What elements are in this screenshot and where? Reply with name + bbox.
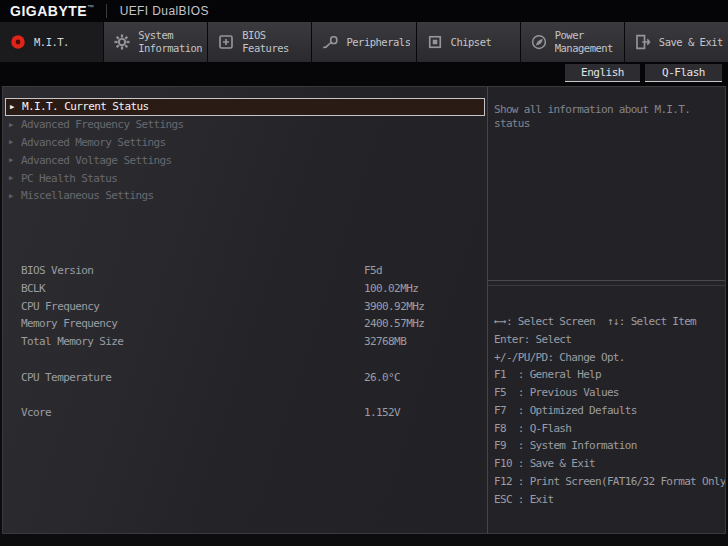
gear-icon (113, 33, 131, 51)
tab-bar: M.I.T. SystemInformation BIOSFeatures Pe… (0, 22, 728, 62)
brand-divider (106, 4, 107, 18)
status-label: Total Memory Size (21, 335, 123, 348)
status-value: 100.02MHz (364, 282, 418, 295)
submenu-arrow-icon: ▶ (9, 174, 21, 182)
menu-item-advanced-memory-settings[interactable]: ▶ Advanced Memory Settings (3, 134, 487, 152)
legend-line: F1 : General Help (494, 366, 725, 384)
menu-item-label: Advanced Voltage Settings (21, 154, 172, 167)
status-row-cpu-temperature: CPU Temperature 26.0°C (3, 369, 487, 387)
legend-line: F10 : Save & Exit (494, 455, 725, 473)
status-value: 2400.57MHz (364, 317, 424, 330)
top-bar: GIGABYTE™ UEFI DualBIOS (0, 0, 728, 22)
status-value: 32768MB (364, 335, 406, 348)
peripherals-plug-icon (321, 33, 339, 51)
menu-item-label: Advanced Frequency Settings (21, 118, 184, 131)
tab-label: SystemInformation (138, 29, 202, 55)
tab-label: Save & Exit (659, 36, 723, 49)
language-button[interactable]: English (565, 64, 640, 82)
status-row-memory-frequency: Memory Frequency 2400.57MHz (3, 315, 487, 333)
tab-label: Chipset (451, 36, 492, 49)
legend-line: F7 : Optimized Defaults (494, 402, 725, 420)
legend-line: Enter: Select (494, 331, 725, 349)
menu-item-label: Miscellaneous Settings (21, 189, 154, 202)
tab-mit[interactable]: M.I.T. (0, 22, 103, 62)
status-list: BIOS Version F5d BCLK 100.02MHz CPU Freq… (3, 262, 487, 422)
chipset-icon (426, 33, 444, 51)
tab-bios-features[interactable]: BIOSFeatures (208, 22, 311, 62)
status-label: CPU Temperature (21, 371, 111, 384)
tab-label: PowerManagement (555, 29, 613, 55)
main-panel: ▶ M.I.T. Current Status ▶ Advanced Frequ… (2, 86, 726, 534)
tab-label: M.I.T. (34, 36, 69, 49)
legend-line: F12 : Print Screen(FAT16/32 Format Only) (494, 473, 725, 491)
submenu-arrow-icon: ▶ (9, 121, 21, 129)
tab-chipset[interactable]: Chipset (417, 22, 520, 62)
gigabyte-logo: GIGABYTE™ (10, 3, 95, 19)
status-label: Vcore (21, 406, 51, 419)
qflash-button[interactable]: Q-Flash (645, 64, 722, 82)
submenu-arrow-icon: ▶ (10, 103, 22, 111)
key-legend: ←→: Select Screen ↑↓: Select Item Enter:… (494, 313, 725, 508)
status-row-total-memory-size: Total Memory Size 32768MB (3, 333, 487, 351)
status-label: Memory Frequency (21, 317, 117, 330)
help-panel: Show all information about M.I.T. status… (487, 87, 725, 533)
secondary-toolbar: English Q-Flash (0, 62, 728, 86)
status-value: 26.0°C (364, 371, 400, 384)
submenu-arrow-icon: ▶ (9, 156, 21, 164)
bios-chip-icon (217, 33, 235, 51)
status-label: BIOS Version (21, 264, 93, 277)
menu-item-label: Advanced Memory Settings (21, 136, 166, 149)
menu-item-advanced-voltage-settings[interactable]: ▶ Advanced Voltage Settings (3, 151, 487, 169)
settings-panel: ▶ M.I.T. Current Status ▶ Advanced Frequ… (3, 87, 487, 533)
status-value: 3900.92MHz (364, 300, 424, 313)
status-value: F5d (364, 264, 382, 277)
legend-line: F8 : Q-Flash (494, 420, 725, 438)
submenu-arrow-icon: ▶ (9, 138, 21, 146)
status-row-cpu-frequency: CPU Frequency 3900.92MHz (3, 298, 487, 316)
menu-item-advanced-frequency-settings[interactable]: ▶ Advanced Frequency Settings (3, 116, 487, 134)
power-leaf-icon (530, 33, 548, 51)
menu-item-miscellaneous-settings[interactable]: ▶ Miscellaneous Settings (3, 187, 487, 205)
submenu-arrow-icon: ▶ (9, 192, 21, 200)
tab-label: Peripherals (346, 36, 410, 49)
status-label: BCLK (21, 282, 45, 295)
tab-system-information[interactable]: SystemInformation (104, 22, 207, 62)
mit-target-icon (9, 33, 27, 51)
status-row-vcore: Vcore 1.152V (3, 404, 487, 422)
save-exit-door-icon (634, 33, 652, 51)
menu-item-label: PC Health Status (21, 172, 117, 185)
status-row-bclk: BCLK 100.02MHz (3, 280, 487, 298)
legend-line: F9 : System Information (494, 437, 725, 455)
legend-line: F5 : Previous Values (494, 384, 725, 402)
mit-menu: ▶ M.I.T. Current Status ▶ Advanced Frequ… (3, 98, 487, 205)
menu-item-label: M.I.T. Current Status (22, 100, 148, 113)
tab-label: BIOSFeatures (242, 29, 289, 55)
status-label: CPU Frequency (21, 300, 99, 313)
legend-line: ESC : Exit (494, 491, 725, 509)
menu-item-pc-health-status[interactable]: ▶ PC Health Status (3, 169, 487, 187)
legend-line: ←→: Select Screen ↑↓: Select Item (494, 313, 725, 331)
tab-peripherals[interactable]: Peripherals (312, 22, 415, 62)
tab-power-management[interactable]: PowerManagement (521, 22, 624, 62)
status-row-bios-version: BIOS Version F5d (3, 262, 487, 280)
tab-save-exit[interactable]: Save & Exit (625, 22, 728, 62)
status-value: 1.152V (364, 406, 400, 419)
legend-line: +/-/PU/PD: Change Opt. (494, 349, 725, 367)
bios-title: UEFI DualBIOS (120, 4, 209, 18)
item-help-text: Show all information about M.I.T. status (494, 103, 722, 131)
help-panel-divider (488, 280, 725, 286)
menu-item-mit-current-status[interactable]: ▶ M.I.T. Current Status (5, 98, 485, 116)
